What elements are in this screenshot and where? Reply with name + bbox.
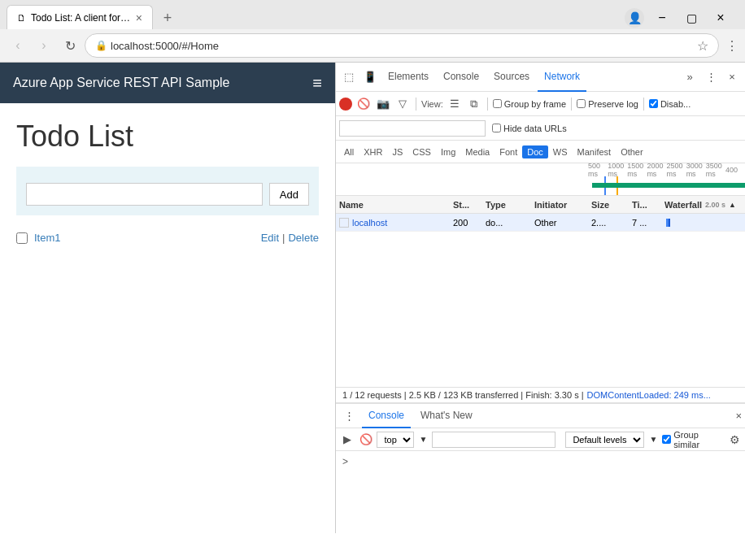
console-tab-whatsnew[interactable]: What's New [414, 404, 479, 428]
waterfall-bar-dark [669, 219, 670, 227]
network-table-header: Name St... Type Initiator Size Ti... Wat… [336, 196, 745, 214]
hide-data-urls-check: Hide data URLs [492, 124, 567, 133]
group-by-frame-checkbox[interactable] [493, 99, 502, 108]
level-arrow: ▼ [647, 435, 659, 444]
network-table: Name St... Type Initiator Size Ti... Wat… [336, 196, 745, 387]
type-all[interactable]: All [339, 145, 359, 158]
filter-icon[interactable]: ▽ [394, 96, 411, 112]
col-header-size[interactable]: Size [591, 200, 632, 210]
console-close-button[interactable]: × [735, 410, 742, 422]
tab-sources[interactable]: Sources [487, 63, 536, 92]
context-selector[interactable]: top [377, 432, 414, 448]
timeline-green-bar [592, 183, 745, 188]
delete-action[interactable]: Delete [288, 232, 319, 244]
disable-cache-check: Disab... [649, 99, 691, 109]
status-text: 1 / 12 requests | 2.5 KB / 123 KB transf… [342, 390, 584, 400]
col-header-waterfall[interactable]: Waterfall 2.00 s ▲ [664, 200, 742, 210]
todo-list-title: Todo List [16, 119, 319, 154]
type-font[interactable]: Font [494, 145, 522, 158]
col-header-type[interactable]: Type [486, 200, 534, 210]
row-favicon [339, 218, 349, 228]
execute-icon[interactable]: ▶ [339, 432, 355, 448]
group-by-frame-check: Group by frame [493, 99, 566, 109]
todo-input-field[interactable] [26, 183, 263, 206]
hamburger-menu[interactable]: ≡ [312, 74, 322, 93]
col-header-status[interactable]: St... [453, 200, 486, 210]
network-table-row[interactable]: localhost 200 do... Other 2.... 7 ... [336, 214, 745, 232]
edit-action[interactable]: Edit [261, 232, 279, 244]
col-header-time[interactable]: Ti... [632, 200, 664, 210]
bookmark-icon[interactable]: ☆ [697, 38, 708, 54]
toolbar-separator-2 [487, 98, 488, 111]
group-similar-checkbox[interactable] [662, 435, 671, 444]
tab-console[interactable]: Console [437, 63, 486, 92]
todo-item-name: Item1 [34, 232, 61, 244]
toolbar-separator [416, 98, 416, 111]
close-window-button[interactable]: × [709, 7, 732, 29]
type-ws[interactable]: WS [548, 145, 573, 158]
console-dots-icon[interactable]: ⋮ [339, 406, 359, 426]
toolbar-separator-3 [571, 98, 572, 111]
waterfall-timeline: 500 ms 1000 ms 1500 ms 2000 ms 2500 ms 3… [336, 163, 745, 196]
record-button[interactable] [339, 98, 352, 111]
device-toolbar-icon[interactable]: 📱 [360, 67, 380, 87]
console-filter-input[interactable] [432, 432, 555, 448]
console-tab-console[interactable]: Console [362, 404, 411, 428]
app-content-area: Azure App Service REST API Sample ≡ Todo… [0, 63, 335, 533]
type-other[interactable]: Other [616, 145, 648, 158]
disable-cache-checkbox[interactable] [649, 99, 658, 108]
console-toolbar: ▶ 🚫 top ▼ Default levels ▼ Group similar [336, 428, 745, 451]
new-tab-button[interactable]: + [156, 7, 179, 29]
type-media[interactable]: Media [460, 145, 494, 158]
app-header-title: Azure App Service REST API Sample [13, 76, 230, 90]
large-rows-icon[interactable]: ☰ [447, 96, 463, 112]
dom-content-loaded-link[interactable]: DOMContentLoaded: 249 ms... [587, 390, 711, 400]
forward-button[interactable]: › [33, 34, 55, 57]
action-separator: | [282, 232, 285, 244]
group-by-frame-icon[interactable]: ⧉ [466, 96, 482, 112]
add-todo-button[interactable]: Add [269, 183, 309, 206]
browser-menu-button[interactable]: ⋮ [725, 38, 738, 54]
inspect-element-icon[interactable]: ⬚ [339, 67, 359, 87]
level-selector[interactable]: Default levels [565, 432, 644, 448]
col-header-name[interactable]: Name [339, 200, 453, 210]
row-status: 200 [453, 218, 486, 228]
maximize-button[interactable]: ▢ [680, 7, 703, 29]
network-filter-input[interactable] [339, 120, 486, 137]
back-button[interactable]: ‹ [7, 34, 29, 57]
tab-elements[interactable]: Elements [381, 63, 435, 92]
context-arrow: ▼ [417, 435, 429, 444]
more-tabs-button[interactable]: » [680, 67, 699, 87]
type-xhr[interactable]: XHR [359, 145, 387, 158]
devtools-close-button[interactable]: × [722, 67, 742, 87]
type-doc[interactable]: Doc [522, 145, 548, 158]
clear-console-icon[interactable]: 🚫 [358, 432, 373, 448]
devtools-settings-icon[interactable]: ⋮ [701, 67, 721, 87]
clear-button[interactable]: 🚫 [355, 96, 372, 112]
col-header-initiator[interactable]: Initiator [534, 200, 591, 210]
row-waterfall [664, 214, 742, 232]
todo-item-actions: Edit | Delete [261, 232, 319, 244]
type-manifest[interactable]: Manifest [573, 145, 616, 158]
browser-tab[interactable]: 🗋 Todo List: A client for san × [7, 5, 153, 29]
minimize-button[interactable]: − [651, 7, 673, 29]
capture-screenshots-icon[interactable]: 📷 [375, 96, 391, 112]
user-icon[interactable]: 👤 [625, 8, 644, 28]
view-label: View: [421, 99, 443, 109]
network-filter-bar: Hide data URLs [336, 116, 745, 141]
type-img[interactable]: Img [436, 145, 460, 158]
console-prompt[interactable]: > [342, 456, 348, 467]
type-js[interactable]: JS [387, 145, 407, 158]
tab-close-button[interactable]: × [136, 11, 142, 24]
preserve-log-check: Preserve log [577, 99, 638, 109]
hide-data-urls-checkbox[interactable] [492, 124, 501, 132]
address-bar[interactable]: 🔒 localhost:5000/#/Home ☆ [85, 33, 719, 58]
type-css[interactable]: CSS [407, 145, 436, 158]
console-settings-icon[interactable]: ⚙ [728, 432, 742, 447]
tab-network[interactable]: Network [538, 63, 586, 92]
todo-item-checkbox[interactable] [16, 232, 28, 244]
tab-favicon: 🗋 [17, 13, 26, 23]
refresh-button[interactable]: ↻ [59, 34, 81, 57]
preserve-log-checkbox[interactable] [577, 99, 586, 108]
todo-input-area: Add [16, 167, 319, 215]
